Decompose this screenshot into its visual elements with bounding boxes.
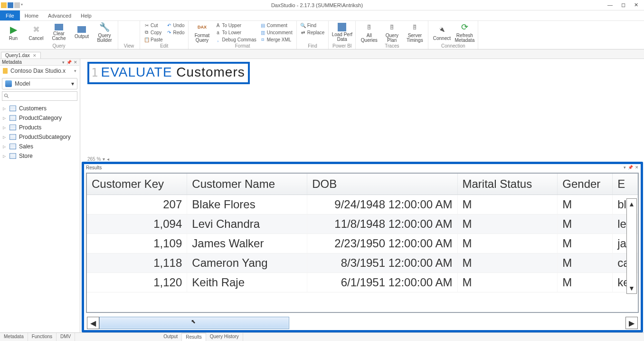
expand-icon[interactable]: ▷ (3, 116, 7, 120)
to-lower-button[interactable]: aTo Lower (214, 29, 257, 36)
replace-button[interactable]: ⇄Replace (300, 29, 326, 36)
cell: M (558, 214, 613, 234)
tree-item-productsubcategory[interactable]: ▷ProductSubcategory (1, 132, 78, 142)
column-header[interactable]: Customer Key (87, 174, 187, 195)
minimize-button[interactable]: — (607, 2, 613, 8)
bottom-tab-functions[interactable]: Functions (28, 333, 57, 341)
undo-button[interactable]: ↶Undo (166, 22, 186, 29)
results-pin-icon[interactable]: 📌 (628, 165, 633, 170)
cut-button[interactable]: ✂Cut (143, 22, 164, 29)
cancel-icon: ✖ (31, 24, 41, 35)
table-row[interactable]: 1,118Cameron Yang8/3/1951 12:00:00 AMMMc… (87, 253, 638, 273)
table-icon (9, 144, 16, 149)
cube-icon (5, 80, 12, 87)
scroll-up-icon[interactable]: ▲ (627, 199, 636, 209)
search-input[interactable] (2, 91, 77, 101)
results-close-icon[interactable]: ✕ (635, 165, 639, 170)
qat-dropdown-icon[interactable]: ▾ (21, 2, 27, 8)
query-plan-button[interactable]: 🗄Query Plan (381, 22, 402, 43)
refresh-icon: ⟳ (459, 22, 470, 32)
format-query-button[interactable]: DAXFormat Query (191, 22, 212, 43)
chevron-down-icon: ▾ (74, 68, 76, 73)
qat-icon-3[interactable] (14, 2, 20, 8)
scroll-down-icon[interactable]: ▼ (627, 283, 636, 293)
expand-icon[interactable]: ▷ (3, 154, 7, 158)
clear-cache-button[interactable]: Clear Cache (48, 22, 69, 43)
model-selector[interactable]: Model ▾ (2, 78, 77, 89)
qat-icon-2[interactable] (8, 2, 13, 8)
all-queries-button[interactable]: 🗄All Queries (359, 22, 379, 43)
table-row[interactable]: 1,094Levi Chandra11/8/1948 12:00:00 AMMM… (87, 214, 638, 234)
scroll-left-icon[interactable]: ◀ (87, 317, 99, 329)
connect-button[interactable]: 🔌Connect (431, 22, 452, 43)
merge-xml-button[interactable]: ⧈Merge XML (259, 36, 294, 43)
tree-item-sales[interactable]: ▷Sales (1, 142, 78, 151)
bottom-tab-output[interactable]: Output (160, 333, 182, 341)
help-menu[interactable]: Help (76, 11, 96, 20)
column-header[interactable]: Marital Status (457, 174, 558, 195)
clear-cache-icon (55, 24, 63, 30)
editor-area: 1 EVALUATE Customers 265 % ▾ ◂ Results ▾… (81, 59, 644, 332)
cell: 2/23/1950 12:00:00 AM (307, 234, 457, 253)
file-menu[interactable]: File (0, 10, 20, 20)
query-builder-button[interactable]: 🔧Query Builder (94, 22, 115, 43)
close-window-button[interactable]: ✕ (634, 2, 638, 8)
redo-button[interactable]: ↷Redo (166, 29, 186, 36)
find-button[interactable]: 🔍Find (300, 22, 326, 29)
run-button[interactable]: ▶Run (3, 22, 24, 43)
menubar: File Home Advanced Help (0, 10, 644, 21)
column-header[interactable]: DOB (307, 174, 457, 195)
zoom-indicator[interactable]: 265 % ▾ ◂ (87, 156, 109, 162)
tree-item-productcategory[interactable]: ▷ProductCategory (1, 113, 78, 123)
results-dropdown-icon[interactable]: ▾ (624, 165, 626, 170)
vertical-scrollbar[interactable]: ▲ ▼ (626, 198, 637, 294)
bottom-tab-dmv[interactable]: DMV (57, 333, 75, 341)
tree-item-store[interactable]: ▷Store (1, 151, 78, 161)
tree-item-customers[interactable]: ▷Customers (1, 104, 78, 113)
panel-dropdown-icon[interactable]: ▾ (62, 60, 65, 65)
code-editor[interactable]: 1 EVALUATE Customers 265 % ▾ ◂ (81, 59, 644, 162)
comment-button[interactable]: ▤Comment (259, 22, 294, 29)
qat-icon-1[interactable] (1, 2, 7, 8)
table-row[interactable]: 1,120Keith Raje6/1/1951 12:00:00 AMMMke (87, 273, 638, 292)
to-upper-button[interactable]: ATo Upper (214, 22, 257, 29)
refresh-metadata-button[interactable]: ⟳Refresh Metadata (454, 22, 475, 43)
column-header[interactable]: E (613, 174, 638, 195)
scroll-thumb[interactable] (99, 317, 289, 329)
column-header[interactable]: Customer Name (187, 174, 307, 195)
panel-pin-icon[interactable]: 📌 (66, 60, 72, 65)
upper-icon: A (215, 23, 220, 28)
home-menu[interactable]: Home (20, 11, 43, 20)
table-row[interactable]: 1,109James Walker2/23/1950 12:00:00 AMMM… (87, 234, 638, 253)
scroll-right-icon[interactable]: ▶ (625, 317, 638, 329)
tree-item-products[interactable]: ▷Products (1, 123, 78, 132)
server-timings-button[interactable]: 🗄Server Timings (404, 22, 425, 43)
table-row[interactable]: 207Blake Flores9/24/1948 12:00:00 AMMMbl… (87, 195, 638, 214)
panel-close-icon[interactable]: ✕ (74, 60, 77, 65)
debug-commas-button[interactable]: ,Debug Commas (214, 36, 257, 43)
maximize-button[interactable]: ◻ (621, 2, 625, 8)
expand-icon[interactable]: ▷ (3, 135, 7, 139)
expand-icon[interactable]: ▷ (3, 126, 7, 130)
bottom-tab-query-history[interactable]: Query History (206, 333, 243, 341)
cancel-button[interactable]: ✖Cancel (26, 22, 47, 43)
scroll-track[interactable] (289, 317, 625, 329)
expand-icon[interactable]: ▷ (3, 145, 7, 149)
group-edit-label: Edit (143, 43, 185, 49)
results-grid[interactable]: Customer KeyCustomer NameDOBMarital Stat… (86, 173, 639, 313)
column-header[interactable]: Gender (558, 174, 613, 195)
expand-icon[interactable]: ▷ (3, 107, 7, 111)
horizontal-scrollbar[interactable]: ◀ ▶ (87, 316, 638, 330)
paste-button[interactable]: 📋Paste (143, 36, 164, 43)
copy-button[interactable]: ⧉Copy (143, 29, 164, 36)
copy-icon: ⧉ (144, 30, 149, 35)
output-button[interactable]: Output (71, 22, 92, 43)
document-tab[interactable]: Query1.dax ✕ (1, 52, 41, 58)
database-selector[interactable]: Contoso Dax Studio.x ▾ (0, 66, 79, 76)
load-perf-button[interactable]: Load Perf Data (331, 22, 352, 43)
uncomment-button[interactable]: ▥Uncomment (259, 29, 294, 36)
advanced-menu[interactable]: Advanced (43, 11, 76, 20)
bottom-tab-results[interactable]: Results (182, 333, 206, 341)
close-tab-icon[interactable]: ✕ (33, 53, 37, 58)
bottom-tab-metadata[interactable]: Metadata (0, 333, 28, 341)
